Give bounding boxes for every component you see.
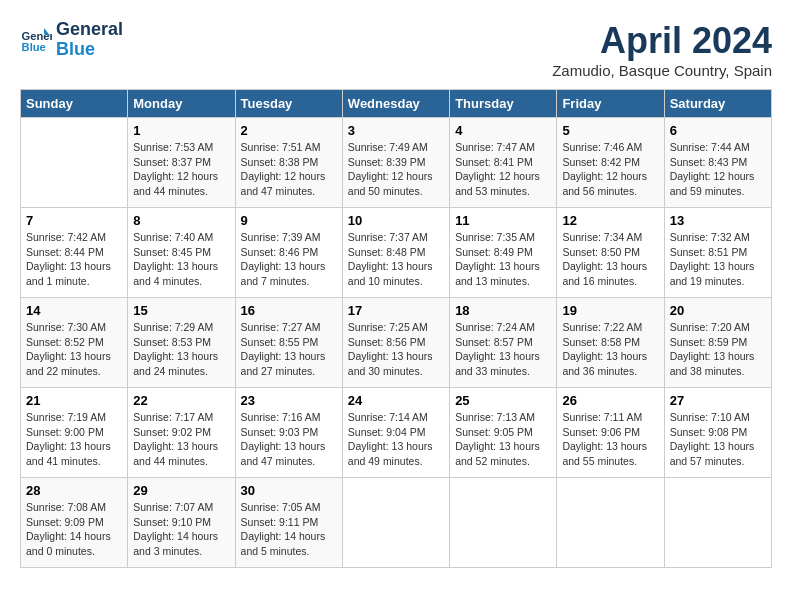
day-cell: 22Sunrise: 7:17 AM Sunset: 9:02 PM Dayli… — [128, 388, 235, 478]
day-cell: 11Sunrise: 7:35 AM Sunset: 8:49 PM Dayli… — [450, 208, 557, 298]
day-info: Sunrise: 7:17 AM Sunset: 9:02 PM Dayligh… — [133, 410, 229, 469]
day-cell: 23Sunrise: 7:16 AM Sunset: 9:03 PM Dayli… — [235, 388, 342, 478]
day-number: 18 — [455, 303, 551, 318]
day-number: 15 — [133, 303, 229, 318]
week-row-1: 1Sunrise: 7:53 AM Sunset: 8:37 PM Daylig… — [21, 118, 772, 208]
svg-text:Blue: Blue — [22, 41, 46, 53]
day-number: 29 — [133, 483, 229, 498]
day-cell — [450, 478, 557, 568]
day-cell: 7Sunrise: 7:42 AM Sunset: 8:44 PM Daylig… — [21, 208, 128, 298]
week-row-2: 7Sunrise: 7:42 AM Sunset: 8:44 PM Daylig… — [21, 208, 772, 298]
calendar-table: SundayMondayTuesdayWednesdayThursdayFrid… — [20, 89, 772, 568]
title-area: April 2024 Zamudio, Basque Country, Spai… — [552, 20, 772, 79]
day-info: Sunrise: 7:39 AM Sunset: 8:46 PM Dayligh… — [241, 230, 337, 289]
day-cell: 21Sunrise: 7:19 AM Sunset: 9:00 PM Dayli… — [21, 388, 128, 478]
day-info: Sunrise: 7:25 AM Sunset: 8:56 PM Dayligh… — [348, 320, 444, 379]
logo-text-line1: General — [56, 20, 123, 40]
day-number: 30 — [241, 483, 337, 498]
day-info: Sunrise: 7:53 AM Sunset: 8:37 PM Dayligh… — [133, 140, 229, 199]
day-number: 28 — [26, 483, 122, 498]
header-saturday: Saturday — [664, 90, 771, 118]
day-cell: 5Sunrise: 7:46 AM Sunset: 8:42 PM Daylig… — [557, 118, 664, 208]
header-row: SundayMondayTuesdayWednesdayThursdayFrid… — [21, 90, 772, 118]
day-cell: 8Sunrise: 7:40 AM Sunset: 8:45 PM Daylig… — [128, 208, 235, 298]
day-number: 6 — [670, 123, 766, 138]
week-row-4: 21Sunrise: 7:19 AM Sunset: 9:00 PM Dayli… — [21, 388, 772, 478]
day-info: Sunrise: 7:29 AM Sunset: 8:53 PM Dayligh… — [133, 320, 229, 379]
day-info: Sunrise: 7:07 AM Sunset: 9:10 PM Dayligh… — [133, 500, 229, 559]
day-cell: 30Sunrise: 7:05 AM Sunset: 9:11 PM Dayli… — [235, 478, 342, 568]
day-info: Sunrise: 7:30 AM Sunset: 8:52 PM Dayligh… — [26, 320, 122, 379]
day-number: 26 — [562, 393, 658, 408]
day-cell: 3Sunrise: 7:49 AM Sunset: 8:39 PM Daylig… — [342, 118, 449, 208]
day-info: Sunrise: 7:14 AM Sunset: 9:04 PM Dayligh… — [348, 410, 444, 469]
day-info: Sunrise: 7:47 AM Sunset: 8:41 PM Dayligh… — [455, 140, 551, 199]
day-cell: 16Sunrise: 7:27 AM Sunset: 8:55 PM Dayli… — [235, 298, 342, 388]
day-number: 5 — [562, 123, 658, 138]
day-info: Sunrise: 7:08 AM Sunset: 9:09 PM Dayligh… — [26, 500, 122, 559]
header-friday: Friday — [557, 90, 664, 118]
day-number: 19 — [562, 303, 658, 318]
day-info: Sunrise: 7:35 AM Sunset: 8:49 PM Dayligh… — [455, 230, 551, 289]
month-title: April 2024 — [552, 20, 772, 62]
day-cell: 26Sunrise: 7:11 AM Sunset: 9:06 PM Dayli… — [557, 388, 664, 478]
day-info: Sunrise: 7:46 AM Sunset: 8:42 PM Dayligh… — [562, 140, 658, 199]
day-cell: 29Sunrise: 7:07 AM Sunset: 9:10 PM Dayli… — [128, 478, 235, 568]
page-header: General Blue General Blue April 2024 Zam… — [20, 20, 772, 79]
day-cell — [557, 478, 664, 568]
week-row-5: 28Sunrise: 7:08 AM Sunset: 9:09 PM Dayli… — [21, 478, 772, 568]
day-info: Sunrise: 7:34 AM Sunset: 8:50 PM Dayligh… — [562, 230, 658, 289]
day-cell: 20Sunrise: 7:20 AM Sunset: 8:59 PM Dayli… — [664, 298, 771, 388]
day-cell: 27Sunrise: 7:10 AM Sunset: 9:08 PM Dayli… — [664, 388, 771, 478]
day-cell: 17Sunrise: 7:25 AM Sunset: 8:56 PM Dayli… — [342, 298, 449, 388]
day-info: Sunrise: 7:20 AM Sunset: 8:59 PM Dayligh… — [670, 320, 766, 379]
header-monday: Monday — [128, 90, 235, 118]
logo-text-line2: Blue — [56, 40, 123, 60]
day-info: Sunrise: 7:24 AM Sunset: 8:57 PM Dayligh… — [455, 320, 551, 379]
day-number: 7 — [26, 213, 122, 228]
day-number: 3 — [348, 123, 444, 138]
day-number: 8 — [133, 213, 229, 228]
day-cell: 1Sunrise: 7:53 AM Sunset: 8:37 PM Daylig… — [128, 118, 235, 208]
day-info: Sunrise: 7:22 AM Sunset: 8:58 PM Dayligh… — [562, 320, 658, 379]
day-cell — [664, 478, 771, 568]
day-info: Sunrise: 7:32 AM Sunset: 8:51 PM Dayligh… — [670, 230, 766, 289]
day-info: Sunrise: 7:44 AM Sunset: 8:43 PM Dayligh… — [670, 140, 766, 199]
day-info: Sunrise: 7:05 AM Sunset: 9:11 PM Dayligh… — [241, 500, 337, 559]
day-cell: 12Sunrise: 7:34 AM Sunset: 8:50 PM Dayli… — [557, 208, 664, 298]
day-number: 4 — [455, 123, 551, 138]
logo: General Blue General Blue — [20, 20, 123, 60]
day-info: Sunrise: 7:51 AM Sunset: 8:38 PM Dayligh… — [241, 140, 337, 199]
location-subtitle: Zamudio, Basque Country, Spain — [552, 62, 772, 79]
day-cell: 15Sunrise: 7:29 AM Sunset: 8:53 PM Dayli… — [128, 298, 235, 388]
day-info: Sunrise: 7:40 AM Sunset: 8:45 PM Dayligh… — [133, 230, 229, 289]
day-number: 10 — [348, 213, 444, 228]
day-cell: 4Sunrise: 7:47 AM Sunset: 8:41 PM Daylig… — [450, 118, 557, 208]
day-number: 23 — [241, 393, 337, 408]
day-cell: 10Sunrise: 7:37 AM Sunset: 8:48 PM Dayli… — [342, 208, 449, 298]
day-info: Sunrise: 7:37 AM Sunset: 8:48 PM Dayligh… — [348, 230, 444, 289]
svg-text:General: General — [22, 30, 52, 42]
day-number: 21 — [26, 393, 122, 408]
day-cell: 6Sunrise: 7:44 AM Sunset: 8:43 PM Daylig… — [664, 118, 771, 208]
logo-icon: General Blue — [20, 24, 52, 56]
header-sunday: Sunday — [21, 90, 128, 118]
day-cell — [21, 118, 128, 208]
day-cell: 13Sunrise: 7:32 AM Sunset: 8:51 PM Dayli… — [664, 208, 771, 298]
day-number: 11 — [455, 213, 551, 228]
day-cell — [342, 478, 449, 568]
day-cell: 28Sunrise: 7:08 AM Sunset: 9:09 PM Dayli… — [21, 478, 128, 568]
day-number: 16 — [241, 303, 337, 318]
day-number: 12 — [562, 213, 658, 228]
day-number: 1 — [133, 123, 229, 138]
day-number: 27 — [670, 393, 766, 408]
day-info: Sunrise: 7:13 AM Sunset: 9:05 PM Dayligh… — [455, 410, 551, 469]
day-number: 22 — [133, 393, 229, 408]
header-wednesday: Wednesday — [342, 90, 449, 118]
day-number: 2 — [241, 123, 337, 138]
day-info: Sunrise: 7:10 AM Sunset: 9:08 PM Dayligh… — [670, 410, 766, 469]
day-info: Sunrise: 7:16 AM Sunset: 9:03 PM Dayligh… — [241, 410, 337, 469]
day-cell: 9Sunrise: 7:39 AM Sunset: 8:46 PM Daylig… — [235, 208, 342, 298]
day-number: 24 — [348, 393, 444, 408]
day-number: 14 — [26, 303, 122, 318]
